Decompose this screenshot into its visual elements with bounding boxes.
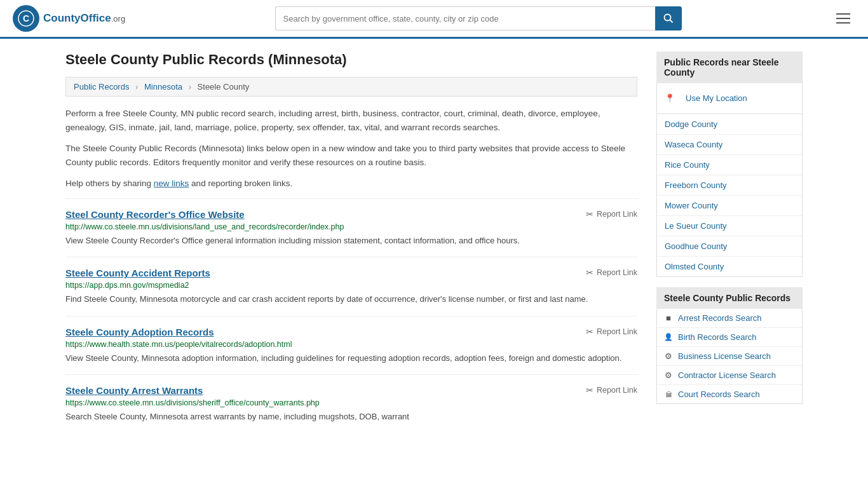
- search-input[interactable]: [275, 6, 655, 30]
- nearby-heading: Public Records near Steele County: [656, 51, 803, 83]
- location-pin-icon: 📍: [665, 93, 675, 103]
- report-link-label-1: Report Link: [597, 268, 637, 277]
- report-link-1[interactable]: ✂ Report Link: [586, 268, 637, 278]
- nearby-section: Public Records near Steele County 📍 Use …: [656, 51, 803, 277]
- records-container: Steel County Recorder's Office Website ✂…: [65, 198, 637, 433]
- olmsted-county-link[interactable]: Olmsted County: [657, 257, 802, 276]
- record-desc-2: View Steele County, Minnesota adoption i…: [65, 352, 637, 365]
- use-my-location-item: 📍 Use My Location: [657, 83, 802, 114]
- report-icon-3: ✂: [586, 385, 593, 395]
- record-title-1[interactable]: Steele County Accident Reports: [65, 268, 210, 278]
- logo-area: C CountyOffice.org: [13, 5, 125, 32]
- nearby-dodge-county: Dodge County: [657, 114, 802, 135]
- birth-records-link[interactable]: Birth Records Search: [678, 332, 757, 342]
- records-heading: Steele County Public Records: [656, 287, 803, 309]
- record-url-2: https://www.health.state.mn.us/people/vi…: [65, 340, 637, 349]
- report-link-label-0: Report Link: [597, 210, 637, 219]
- breadcrumb-sep: ›: [189, 82, 191, 92]
- menu-line: [836, 18, 850, 19]
- new-links-link[interactable]: new links: [154, 179, 189, 188]
- hamburger-menu-button[interactable]: [831, 6, 855, 30]
- record-url-3: https://www.co.steele.mn.us/divisions/sh…: [65, 398, 637, 407]
- business-license-link[interactable]: Business License Search: [678, 351, 771, 361]
- record-title-3[interactable]: Steele County Arrest Warrants: [65, 385, 203, 396]
- nearby-waseca-county: Waseca County: [657, 135, 802, 155]
- breadcrumb-public-records[interactable]: Public Records: [74, 82, 129, 92]
- arrest-records-link[interactable]: Arrest Records Search: [678, 313, 762, 323]
- breadcrumb-steele-county: Steele County: [198, 82, 250, 92]
- header: C CountyOffice.org: [0, 0, 868, 39]
- nearby-freeborn-county: Freeborn County: [657, 175, 802, 196]
- breadcrumb-sep: ›: [135, 82, 138, 92]
- nearby-rice-county: Rice County: [657, 155, 802, 175]
- record-header: Steel County Recorder's Office Website ✂…: [65, 209, 637, 220]
- records-link-list: ■ Arrest Records Search 👤 Birth Records …: [656, 309, 803, 404]
- court-records-link[interactable]: Court Records Search: [678, 390, 760, 399]
- record-entry: Steele County Arrest Warrants ✂ Report L…: [65, 374, 637, 433]
- report-icon-1: ✂: [586, 268, 593, 278]
- record-header: Steele County Accident Reports ✂ Report …: [65, 268, 637, 278]
- record-desc-1: Find Steele County, Minnesota motorcycle…: [65, 293, 637, 306]
- goodhue-county-link[interactable]: Goodhue County: [657, 236, 802, 256]
- nearby-mower-county: Mower County: [657, 196, 802, 216]
- contractor-icon: ⚙: [663, 370, 674, 380]
- contractor-license-link[interactable]: Contractor License Search: [678, 370, 776, 380]
- record-desc-0: View Steele County Recorder's Office gen…: [65, 234, 637, 247]
- record-title-2[interactable]: Steele County Adoption Records: [65, 327, 214, 337]
- report-icon-0: ✂: [586, 209, 593, 219]
- description-3-pre: Help others by sharing: [65, 179, 154, 188]
- business-license-item: ⚙ Business License Search: [657, 347, 802, 366]
- contractor-license-item: ⚙ Contractor License Search: [657, 366, 802, 385]
- record-desc-3: Search Steele County, Minnesota arrest w…: [65, 410, 637, 423]
- nearby-county-list: 📍 Use My Location Dodge County Waseca Co…: [656, 83, 803, 277]
- records-section: Steele County Public Records ■ Arrest Re…: [656, 287, 803, 404]
- breadcrumb: Public Records › Minnesota › Steele Coun…: [65, 77, 637, 97]
- content-area: Steele County Public Records (Minnesota)…: [65, 51, 637, 433]
- use-my-location-link[interactable]: Use My Location: [678, 88, 755, 108]
- page-title: Steele County Public Records (Minnesota): [65, 51, 637, 68]
- report-link-label-2: Report Link: [597, 327, 637, 336]
- description-3-post: and reporting broken links.: [189, 179, 292, 188]
- arrest-icon: ■: [663, 313, 674, 323]
- sidebar: Public Records near Steele County 📍 Use …: [656, 51, 803, 433]
- main-container: Steele County Public Records (Minnesota)…: [53, 39, 815, 446]
- report-link-label-3: Report Link: [597, 386, 637, 395]
- search-button[interactable]: [655, 6, 682, 30]
- breadcrumb-minnesota[interactable]: Minnesota: [144, 82, 182, 92]
- business-icon: ⚙: [663, 351, 674, 361]
- description-2: The Steele County Public Records (Minnes…: [65, 142, 637, 169]
- search-area: [275, 6, 682, 30]
- freeborn-county-link[interactable]: Freeborn County: [657, 175, 802, 195]
- mower-county-link[interactable]: Mower County: [657, 196, 802, 215]
- record-url-0: http://www.co.steele.mn.us/divisions/lan…: [65, 222, 637, 231]
- dodge-county-link[interactable]: Dodge County: [657, 114, 802, 134]
- record-entry: Steele County Adoption Records ✂ Report …: [65, 316, 637, 375]
- court-records-item: 🏛 Court Records Search: [657, 385, 802, 403]
- court-icon: 🏛: [663, 391, 674, 398]
- waseca-county-link[interactable]: Waseca County: [657, 135, 802, 154]
- logo-icon: C: [13, 5, 39, 32]
- menu-line: [836, 13, 850, 15]
- nearby-le-sueur-county: Le Sueur County: [657, 216, 802, 236]
- record-entry: Steele County Accident Reports ✂ Report …: [65, 257, 637, 316]
- birth-records-item: 👤 Birth Records Search: [657, 328, 802, 347]
- le-sueur-county-link[interactable]: Le Sueur County: [657, 216, 802, 236]
- logo-text: CountyOffice.org: [43, 12, 125, 25]
- record-title-0[interactable]: Steel County Recorder's Office Website: [65, 209, 245, 220]
- record-url-1: https://app.dps.mn.gov/mspmedia2: [65, 281, 637, 290]
- menu-line: [836, 22, 850, 24]
- report-link-2[interactable]: ✂ Report Link: [586, 327, 637, 337]
- record-header: Steele County Adoption Records ✂ Report …: [65, 327, 637, 337]
- arrest-records-item: ■ Arrest Records Search: [657, 309, 802, 328]
- description-3: Help others by sharing new links and rep…: [65, 177, 637, 191]
- record-entry: Steel County Recorder's Office Website ✂…: [65, 198, 637, 257]
- svg-point-2: [664, 15, 670, 21]
- report-link-0[interactable]: ✂ Report Link: [586, 209, 637, 219]
- description-1: Perform a free Steele County, MN public …: [65, 107, 637, 134]
- search-icon: [663, 13, 674, 24]
- svg-line-3: [670, 20, 672, 23]
- record-header: Steele County Arrest Warrants ✂ Report L…: [65, 385, 637, 396]
- rice-county-link[interactable]: Rice County: [657, 155, 802, 175]
- report-icon-2: ✂: [586, 327, 593, 337]
- report-link-3[interactable]: ✂ Report Link: [586, 385, 637, 395]
